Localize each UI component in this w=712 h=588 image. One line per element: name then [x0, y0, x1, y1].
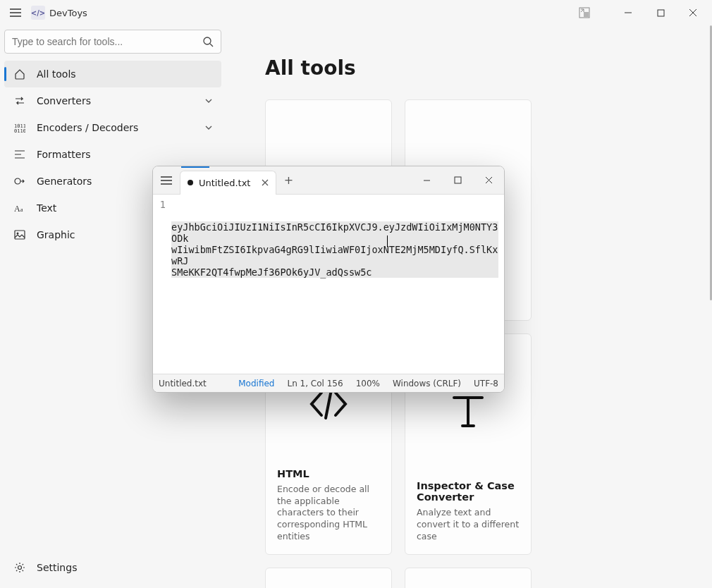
tool-card-json-yaml[interactable]: Json <> Yaml Convert Json data to Yaml a… — [405, 568, 532, 588]
svg-point-10 — [17, 233, 19, 235]
converters-icon — [13, 94, 27, 108]
sidebar-item-encoders[interactable]: 10110110 Encoders / Decoders — [4, 114, 221, 141]
notepad-editor[interactable]: 1 eyJhbGciOiJIUzI1NiIsInR5cCI6IkpXVCJ9.e… — [153, 195, 504, 374]
status-zoom: 100% — [356, 379, 380, 388]
titlebar: </> DevToys — [0, 0, 712, 25]
notepad-tab[interactable]: Untitled.txt — [180, 171, 276, 195]
sidebar-item-all-tools[interactable]: All tools — [4, 61, 221, 87]
sidebar-item-label: Encoders / Decoders — [37, 122, 138, 133]
maximize-button[interactable] — [644, 0, 677, 25]
search-input[interactable] — [12, 36, 203, 47]
status-modified: Modified — [238, 379, 274, 388]
svg-text:0110: 0110 — [14, 128, 25, 133]
sidebar-item-label: All tools — [37, 68, 76, 80]
status-eol: Windows (CRLF) — [393, 379, 461, 388]
app-icon: </> — [31, 6, 45, 20]
svg-text:A: A — [14, 204, 20, 214]
hamburger-menu-button[interactable] — [3, 0, 28, 25]
svg-text:a: a — [20, 207, 23, 213]
new-tab-button[interactable]: + — [276, 166, 300, 195]
text-cursor — [387, 235, 388, 247]
status-position: Ln 1, Col 156 — [287, 379, 343, 388]
card-desc: Encode or decode all the applicable char… — [277, 484, 380, 543]
card-title: Inspector & Case Converter — [417, 480, 520, 503]
svg-rect-17 — [455, 177, 461, 183]
close-button[interactable] — [677, 0, 709, 25]
notepad-status-bar: Untitled.txt Modified Ln 1, Col 156 100%… — [153, 374, 504, 392]
graphic-icon — [13, 228, 27, 242]
svg-point-11 — [18, 566, 22, 570]
json-icon — [277, 580, 380, 588]
sidebar-item-label: Settings — [37, 562, 77, 573]
editor-text[interactable]: eyJhbGciOiJIUzI1NiIsInR5cCI6IkpXVCJ9.eyJ… — [168, 195, 504, 374]
status-filename: Untitled.txt — [159, 379, 207, 388]
encoders-icon: 10110110 — [13, 121, 27, 135]
text-icon: Aa — [13, 201, 27, 215]
card-desc: Analyze text and convert it to a differe… — [417, 507, 520, 543]
sidebar-item-label: Converters — [37, 95, 91, 106]
json-yaml-icon — [417, 580, 520, 588]
sidebar-item-label: Formatters — [37, 149, 91, 160]
notepad-close-button[interactable] — [473, 166, 504, 195]
formatters-icon — [13, 147, 27, 161]
sidebar-item-label: Graphic — [37, 229, 75, 240]
page-title: All tools — [265, 56, 670, 80]
sidebar-item-label: Text — [37, 202, 56, 214]
search-box[interactable] — [4, 30, 221, 54]
chevron-down-icon — [204, 123, 213, 132]
line-gutter: 1 — [153, 195, 168, 374]
svg-rect-2 — [658, 10, 664, 16]
search-icon — [203, 37, 214, 47]
home-icon — [13, 67, 27, 81]
generators-icon — [13, 174, 27, 188]
notepad-maximize-button[interactable] — [442, 166, 473, 195]
status-encoding: UTF-8 — [474, 379, 498, 388]
sidebar-item-settings[interactable]: Settings — [4, 554, 221, 581]
app-title: DevToys — [49, 8, 87, 18]
sidebar-item-label: Generators — [37, 176, 92, 187]
compact-overlay-button[interactable] — [568, 0, 601, 25]
svg-rect-1 — [584, 12, 589, 17]
svg-rect-9 — [15, 231, 25, 239]
notepad-minimize-button[interactable] — [411, 166, 442, 195]
svg-point-6 — [15, 178, 20, 184]
notepad-window[interactable]: Untitled.txt + 1 eyJhbGciOiJIUzI1NiIsInR… — [152, 166, 505, 393]
tab-title: Untitled.txt — [199, 178, 250, 188]
sidebar-item-formatters[interactable]: Formatters — [4, 141, 221, 168]
svg-point-3 — [204, 37, 211, 44]
card-title: HTML — [277, 468, 380, 479]
notepad-titlebar[interactable]: Untitled.txt + — [153, 166, 504, 195]
tool-card-json[interactable]: Json Indent or minify Json data — [265, 568, 392, 588]
chevron-down-icon — [204, 97, 213, 105]
minimize-button[interactable] — [612, 0, 644, 25]
modified-dot-icon — [188, 180, 193, 185]
gear-icon — [13, 561, 27, 575]
sidebar-item-converters[interactable]: Converters — [4, 87, 221, 114]
tab-close-button[interactable] — [262, 179, 269, 186]
notepad-menu-button[interactable] — [153, 166, 180, 195]
